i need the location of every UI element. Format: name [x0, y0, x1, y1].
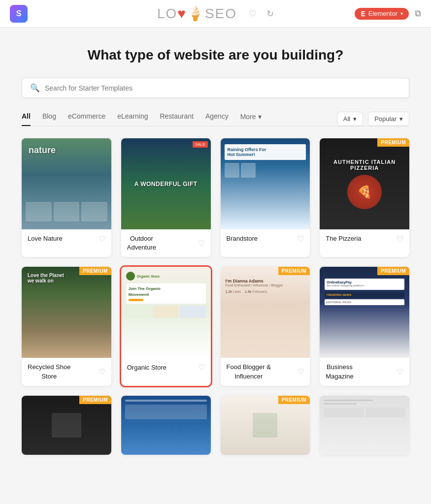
template-thumbnail: Organic Store Join The OrganicMovement!	[121, 267, 211, 358]
template-card[interactable]	[121, 396, 211, 455]
filter-dropdowns: All ▾ Popular ▾	[337, 112, 409, 126]
favorite-button[interactable]: ♡	[397, 234, 403, 244]
template-card[interactable]: A WONDERFUL GIFT SALE OutdoorAdventure ♡	[121, 138, 211, 257]
search-bar: 🔍	[22, 78, 409, 98]
template-thumbnail: PREMIUM AUTHENTIC ITALIAN PIZZERIA 🍕	[320, 138, 409, 229]
header-center: LO♥🍦SEO ♡ ↻	[157, 5, 274, 22]
header: S LO♥🍦SEO ♡ ↻ E Elementor ▾ ⧉	[0, 0, 431, 28]
template-thumbnail	[320, 396, 409, 455]
template-name: BusinessMagazine	[326, 363, 353, 380]
template-name: Organic Store	[127, 363, 166, 372]
search-icon: 🔍	[30, 83, 40, 93]
chevron-down-icon: ▾	[400, 11, 403, 16]
template-card[interactable]: Raining Offers For Hot Summer! Brandstor…	[221, 138, 310, 257]
site-logo: LO♥🍦SEO	[157, 5, 237, 22]
template-thumbnail: nature	[22, 138, 111, 229]
template-name: The Pizzeria	[326, 234, 361, 243]
favorite-button[interactable]: ♡	[297, 234, 304, 244]
template-card[interactable]: PREMIUM AUTHENTIC ITALIAN PIZZERIA 🍕 The…	[320, 138, 409, 257]
template-card-footer: Organic Store ♡	[121, 358, 211, 377]
chevron-down-icon: ▾	[353, 115, 357, 123]
header-left: S	[10, 5, 28, 23]
sort-dropdown[interactable]: Popular ▾	[368, 112, 409, 126]
favorite-button[interactable]: ♡	[99, 367, 105, 377]
favorite-button[interactable]: ♡	[99, 234, 105, 244]
favorite-button[interactable]: ♡	[297, 367, 304, 377]
main-content: What type of website are you building? 🔍…	[0, 28, 431, 470]
template-thumbnail: PREMIUM	[22, 396, 111, 455]
favorite-button[interactable]: ♡	[397, 367, 403, 377]
template-card-footer: OutdoorAdventure ♡	[121, 229, 211, 257]
template-thumbnail: PREMIUM OnlineEasyPay the online shoppin…	[320, 267, 409, 358]
template-thumbnail: A WONDERFUL GIFT SALE	[121, 138, 211, 229]
filter-tabs: All Blog eCommerce eLearning Restaurant …	[22, 112, 262, 126]
template-name: Food Blogger &Influencer	[227, 363, 271, 380]
template-card-footer: The Pizzeria ♡	[320, 229, 409, 249]
refresh-icon[interactable]: ↻	[266, 8, 274, 19]
favorite-icon[interactable]: ♡	[249, 8, 257, 19]
chevron-down-icon: ▾	[399, 115, 403, 123]
external-link-icon[interactable]: ⧉	[415, 8, 421, 19]
tab-more[interactable]: More ▾	[240, 113, 262, 126]
tab-ecommerce[interactable]: eCommerce	[68, 112, 105, 126]
tab-blog[interactable]: Blog	[42, 112, 56, 126]
template-thumbnail: PREMIUM I'm Dianna Adams Food Enthusiast…	[221, 267, 310, 358]
elementor-badge[interactable]: E Elementor ▾	[355, 8, 409, 20]
template-card[interactable]: PREMIUM I'm Dianna Adams Food Enthusiast…	[221, 267, 310, 385]
template-card[interactable]: PREMIUM Love the Planetwe walk on Recycl…	[22, 267, 111, 385]
template-card-organic[interactable]: Organic Store Join The OrganicMovement! …	[121, 267, 211, 385]
tab-agency[interactable]: Agency	[205, 112, 229, 126]
template-card[interactable]: PREMIUM	[221, 396, 310, 455]
template-card[interactable]: PREMIUM OnlineEasyPay the online shoppin…	[320, 267, 409, 385]
favorite-button[interactable]: ♡	[198, 239, 205, 248]
template-thumbnail	[121, 396, 211, 455]
type-dropdown[interactable]: All ▾	[337, 112, 363, 126]
template-name: Love Nature	[28, 234, 63, 243]
tab-restaurant[interactable]: Restaurant	[160, 112, 193, 126]
chevron-down-icon: ▾	[258, 113, 262, 121]
template-card-footer: BusinessMagazine ♡	[320, 358, 409, 385]
favorite-button[interactable]: ♡	[198, 363, 205, 372]
template-card[interactable]: PREMIUM	[22, 396, 111, 455]
template-name: Brandstore	[227, 234, 258, 243]
template-thumbnail: PREMIUM Love the Planetwe walk on	[22, 267, 111, 358]
template-card-footer: Food Blogger &Influencer ♡	[221, 358, 310, 385]
template-thumbnail: PREMIUM	[221, 396, 310, 455]
template-grid: nature Love Nature ♡ A WONDERFUL GIFT	[22, 138, 409, 386]
tab-elearning[interactable]: eLearning	[117, 112, 148, 126]
template-name: Recycled ShoeStore	[28, 363, 70, 380]
tab-all[interactable]: All	[22, 112, 31, 126]
page-title: What type of website are you building?	[22, 47, 409, 63]
filter-row: All Blog eCommerce eLearning Restaurant …	[22, 112, 409, 126]
template-card[interactable]	[320, 396, 409, 455]
app-logo-icon[interactable]: S	[10, 5, 28, 23]
template-card-footer: Recycled ShoeStore ♡	[22, 358, 111, 385]
template-card-footer: Love Nature ♡	[22, 229, 111, 249]
template-thumbnail: Raining Offers For Hot Summer!	[221, 138, 310, 229]
template-card-footer: Brandstore ♡	[221, 229, 310, 249]
template-grid-bottom: PREMIUM PREMIUM	[22, 396, 409, 455]
search-input[interactable]	[45, 84, 401, 92]
template-card[interactable]: nature Love Nature ♡	[22, 138, 111, 257]
header-right: E Elementor ▾ ⧉	[355, 8, 421, 20]
template-name: OutdoorAdventure	[127, 234, 156, 252]
